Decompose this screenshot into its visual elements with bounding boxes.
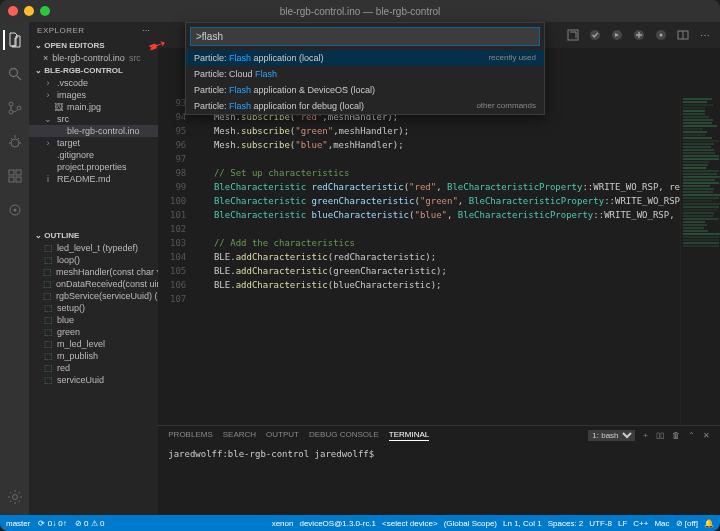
tree-item[interactable]: ›target [29, 137, 158, 149]
tree-item[interactable]: 🖼main.jpg [29, 101, 158, 113]
outline-item[interactable]: ⬚led_level_t (typedef) [29, 242, 158, 254]
svg-line-10 [17, 138, 19, 140]
panel-tab[interactable]: SEARCH [223, 430, 256, 441]
outline-item[interactable]: ⬚loop() [29, 254, 158, 266]
svg-line-9 [11, 138, 13, 140]
panel-tab[interactable]: TERMINAL [389, 430, 429, 441]
svg-line-1 [17, 76, 21, 80]
svg-point-0 [9, 69, 17, 77]
tree-item[interactable]: ›images [29, 89, 158, 101]
outline-header[interactable]: ⌄ OUTLINE [29, 229, 158, 242]
palette-option[interactable]: Particle: Flash application (local)recen… [186, 50, 544, 66]
status-item[interactable]: deviceOS@1.3.0-rc.1 [299, 519, 376, 528]
panel-tab[interactable]: OUTPUT [266, 430, 299, 441]
palette-option[interactable]: Particle: Cloud Flash [186, 66, 544, 82]
explorer-header: EXPLORER [37, 26, 85, 35]
status-item[interactable]: Ln 1, Col 1 [503, 519, 542, 528]
toolbar-icon-4[interactable] [632, 28, 646, 42]
outline-item[interactable]: ⬚m_publish [29, 350, 158, 362]
extensions-icon[interactable] [5, 166, 25, 186]
status-item[interactable]: 🔔 [704, 519, 714, 528]
status-item[interactable]: C++ [633, 519, 648, 528]
svg-rect-12 [16, 170, 21, 175]
outline-item[interactable]: ⬚blue [29, 314, 158, 326]
command-palette: Particle: Flash application (local)recen… [185, 22, 545, 115]
status-item[interactable]: <select device> [382, 519, 438, 528]
code-content[interactable]: // Set the subscription for Mesh updates… [192, 96, 680, 425]
svg-point-19 [590, 30, 600, 40]
toolbar-icon-3[interactable] [610, 28, 624, 42]
svg-rect-14 [16, 177, 21, 182]
svg-rect-13 [9, 177, 14, 182]
explorer-icon[interactable] [3, 30, 23, 50]
split-terminal-icon[interactable]: ▯▯ [656, 431, 664, 440]
tree-item[interactable]: ⌄src [29, 113, 158, 125]
toolbar-icon-5[interactable] [654, 28, 668, 42]
svg-point-23 [660, 34, 663, 37]
new-terminal-icon[interactable]: + [643, 431, 648, 440]
bottom-panel: PROBLEMSSEARCHOUTPUTDEBUG CONSOLETERMINA… [158, 425, 720, 515]
debug-icon[interactable] [5, 132, 25, 152]
status-item[interactable]: Spaces: 2 [548, 519, 584, 528]
split-editor-icon[interactable] [676, 28, 690, 42]
close-window-icon[interactable] [8, 6, 18, 16]
more-icon[interactable]: ⋯ [142, 26, 151, 35]
particle-icon[interactable] [5, 200, 25, 220]
tree-item[interactable]: .gitignore [29, 149, 158, 161]
sidebar: EXPLORER⋯ ⌄ OPEN EDITORS × ble-rgb-contr… [29, 22, 158, 515]
window-controls[interactable] [8, 6, 50, 16]
status-item[interactable]: xenon [272, 519, 294, 528]
project-header[interactable]: ⌄ BLE-RGB-CONTROL [29, 64, 158, 77]
maximize-panel-icon[interactable]: ⌃ [688, 431, 695, 440]
outline-item[interactable]: ⬚rgbService(serviceUuid) (declaration) [29, 290, 158, 302]
problems-status[interactable]: ⊘ 0 ⚠ 0 [75, 519, 105, 528]
status-item[interactable]: ⊘ [off] [676, 519, 698, 528]
activity-bar [0, 22, 29, 515]
terminal-selector[interactable]: 1: bash [588, 430, 635, 441]
tree-item[interactable]: ›.vscode [29, 77, 158, 89]
toolbar-check-icon[interactable] [588, 28, 602, 42]
status-item[interactable]: UTF-8 [589, 519, 612, 528]
command-palette-input[interactable] [190, 27, 540, 46]
svg-point-16 [13, 209, 16, 212]
trash-icon[interactable]: 🗑 [672, 431, 680, 440]
svg-point-2 [9, 102, 13, 106]
open-editors-header[interactable]: ⌄ OPEN EDITORS [29, 39, 158, 52]
status-item[interactable]: LF [618, 519, 627, 528]
status-item[interactable]: (Global Scope) [444, 519, 497, 528]
panel-tab[interactable]: PROBLEMS [168, 430, 212, 441]
palette-option[interactable]: Particle: Flash application & DeviceOS (… [186, 82, 544, 98]
svg-point-4 [17, 106, 21, 110]
search-icon[interactable] [5, 64, 25, 84]
toolbar-icon[interactable] [566, 28, 580, 42]
close-panel-icon[interactable]: ✕ [703, 431, 710, 440]
git-branch[interactable]: master [6, 519, 30, 528]
outline-item[interactable]: ⬚m_led_level [29, 338, 158, 350]
outline-item[interactable]: ⬚meshHandler(const char *, const char *) [29, 266, 158, 278]
tree-item[interactable]: iREADME.md [29, 173, 158, 185]
minimap[interactable] [680, 96, 720, 425]
outline-item[interactable]: ⬚green [29, 326, 158, 338]
outline-item[interactable]: ⬚serviceUuid [29, 374, 158, 386]
settings-gear-icon[interactable] [5, 487, 25, 507]
svg-point-17 [12, 495, 17, 500]
status-item[interactable]: Mac [654, 519, 669, 528]
panel-tab[interactable]: DEBUG CONSOLE [309, 430, 379, 441]
git-sync[interactable]: ⟳ 0↓ 0↑ [38, 519, 66, 528]
outline-item[interactable]: ⬚setup() [29, 302, 158, 314]
scm-icon[interactable] [5, 98, 25, 118]
svg-rect-11 [9, 170, 14, 175]
outline-item[interactable]: ⬚onDataReceived(const uint8_t *, size_t,… [29, 278, 158, 290]
svg-point-3 [9, 110, 13, 114]
outline-item[interactable]: ⬚red [29, 362, 158, 374]
tree-item[interactable]: ble-rgb-control.ino [29, 125, 158, 137]
minimize-window-icon[interactable] [24, 6, 34, 16]
tree-item[interactable]: project.properties [29, 161, 158, 173]
open-editor-item[interactable]: × ble-rgb-control.ino src [29, 52, 158, 64]
svg-point-5 [11, 139, 19, 147]
palette-option[interactable]: Particle: Flash application for debug (l… [186, 98, 544, 114]
more-icon[interactable]: ⋯ [698, 28, 712, 42]
panel-tabs: PROBLEMSSEARCHOUTPUTDEBUG CONSOLETERMINA… [158, 426, 720, 445]
maximize-window-icon[interactable] [40, 6, 50, 16]
terminal-content[interactable]: jaredwolff:ble-rgb-control jaredwolff$ [158, 445, 720, 463]
